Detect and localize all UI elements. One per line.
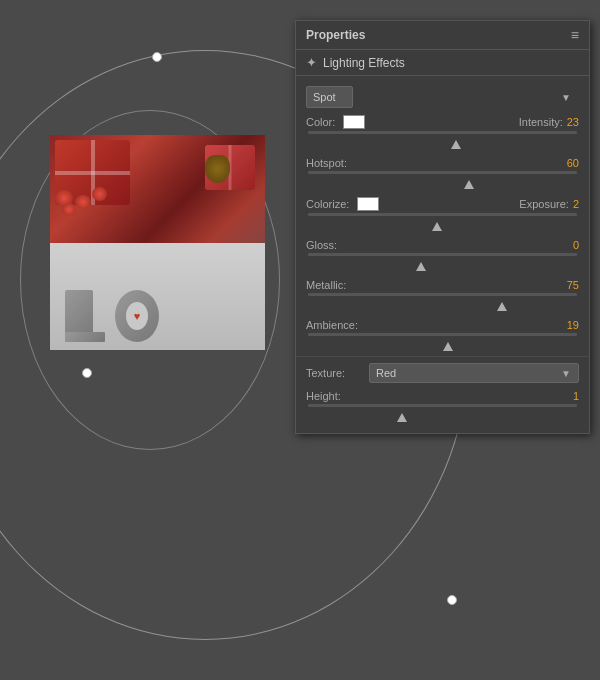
- height-value: 1: [573, 390, 579, 402]
- hotspot-label: Hotspot:: [306, 157, 347, 169]
- height-slider-thumb[interactable]: [397, 413, 407, 422]
- height-thumb-container: [308, 413, 577, 425]
- gloss-label: Gloss:: [306, 239, 337, 251]
- properties-panel: Properties ≡ ✦ Lighting Effects Spot Poi…: [295, 20, 590, 434]
- gloss-thumb-container: [308, 262, 577, 274]
- ambience-slider-thumb[interactable]: [443, 342, 453, 351]
- intensity-slider-track[interactable]: [308, 131, 577, 134]
- metallic-value: 75: [567, 279, 579, 291]
- hotspot-thumb-container: [308, 180, 577, 192]
- height-slider-track[interactable]: [308, 404, 577, 407]
- ambience-label: Ambience:: [306, 319, 358, 331]
- dropdown-arrow-icon: ▼: [561, 92, 571, 103]
- exposure-label: Exposure:: [519, 198, 569, 210]
- metallic-thumb-container: [308, 302, 577, 314]
- color-label: Color:: [306, 116, 335, 128]
- divider: [296, 356, 589, 357]
- colorize-label: Colorize:: [306, 198, 349, 210]
- ctrl-point-right[interactable]: [447, 595, 457, 605]
- panel-body: Spot Point Infinite ▼ Color: Intensity: …: [296, 76, 589, 433]
- color-intensity-row: Color: Intensity: 23: [296, 112, 589, 152]
- metallic-slider-track[interactable]: [308, 293, 577, 296]
- gloss-slider-thumb[interactable]: [416, 262, 426, 271]
- colorize-exposure-row: Colorize: Exposure: 2: [296, 194, 589, 234]
- hotspot-slider-area: [306, 171, 579, 192]
- texture-select[interactable]: None Red Green Blue: [369, 363, 579, 383]
- hotspot-slider-track[interactable]: [308, 171, 577, 174]
- ambience-slider-area: [306, 333, 579, 354]
- intensity-value: 23: [567, 116, 579, 128]
- height-row: Height: 1: [296, 387, 589, 425]
- hotspot-slider-thumb[interactable]: [464, 180, 474, 189]
- lighting-effects-label: Lighting Effects: [323, 56, 405, 70]
- exposure-value: 2: [573, 198, 579, 210]
- ambience-row: Ambience: 19: [296, 316, 589, 354]
- exposure-slider-track[interactable]: [308, 213, 577, 216]
- panel-header: Properties ≡: [296, 21, 589, 50]
- light-type-select[interactable]: Spot Point Infinite: [306, 86, 353, 108]
- gloss-value: 0: [573, 239, 579, 251]
- panel-menu-icon[interactable]: ≡: [571, 27, 579, 43]
- photo-image: ♥: [50, 135, 265, 350]
- intensity-thumb-container: [308, 140, 577, 152]
- ambience-thumb-container: [308, 342, 577, 354]
- ctrl-point-left[interactable]: [82, 368, 92, 378]
- ctrl-point-top[interactable]: [152, 52, 162, 62]
- light-type-dropdown-wrapper: Spot Point Infinite ▼: [306, 86, 579, 108]
- texture-dropdown-wrapper: None Red Green Blue ▼: [369, 363, 579, 383]
- exposure-slider-thumb[interactable]: [432, 222, 442, 231]
- metallic-slider-thumb[interactable]: [497, 302, 507, 311]
- metallic-slider-area: [306, 293, 579, 314]
- gloss-slider-track[interactable]: [308, 253, 577, 256]
- panel-subtitle: ✦ Lighting Effects: [296, 50, 589, 76]
- intensity-label: Intensity:: [519, 116, 563, 128]
- ambience-value: 19: [567, 319, 579, 331]
- height-slider-area: [306, 404, 579, 425]
- intensity-slider-area: [306, 131, 579, 152]
- height-label: Height:: [306, 390, 341, 402]
- colorize-swatch[interactable]: [357, 197, 379, 211]
- metallic-row: Metallic: 75: [296, 276, 589, 314]
- exposure-thumb-container: [308, 222, 577, 234]
- exposure-slider-area: [306, 213, 579, 234]
- hotspot-row: Hotspot: 60: [296, 154, 589, 192]
- texture-label: Texture:: [306, 367, 361, 379]
- gloss-slider-area: [306, 253, 579, 274]
- metallic-label: Metallic:: [306, 279, 346, 291]
- intensity-slider-thumb[interactable]: [451, 140, 461, 149]
- color-swatch[interactable]: [343, 115, 365, 129]
- lighting-icon: ✦: [306, 55, 317, 70]
- gloss-row: Gloss: 0: [296, 236, 589, 274]
- hotspot-value: 60: [567, 157, 579, 169]
- texture-row: Texture: None Red Green Blue ▼: [296, 359, 589, 387]
- panel-title: Properties: [306, 28, 365, 42]
- light-type-row: Spot Point Infinite ▼: [296, 82, 589, 112]
- ambience-slider-track[interactable]: [308, 333, 577, 336]
